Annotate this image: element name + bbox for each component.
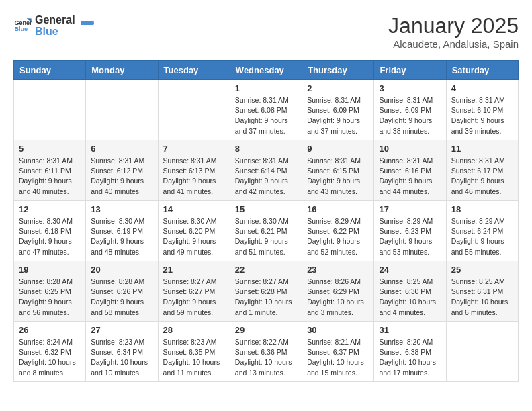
calendar-cell: 26Sunrise: 8:24 AM Sunset: 6:32 PM Dayli… [14, 322, 86, 382]
day-info: Sunrise: 8:23 AM Sunset: 6:35 PM Dayligh… [163, 337, 225, 378]
calendar-cell: 1Sunrise: 8:31 AM Sunset: 6:08 PM Daylig… [230, 80, 302, 140]
day-number: 5 [19, 144, 81, 154]
day-info: Sunrise: 8:25 AM Sunset: 6:31 PM Dayligh… [451, 277, 513, 318]
calendar-cell: 9Sunrise: 8:31 AM Sunset: 6:15 PM Daylig… [302, 140, 374, 201]
svg-marker-4 [81, 17, 94, 28]
calendar-cell: 8Sunrise: 8:31 AM Sunset: 6:14 PM Daylig… [230, 140, 302, 201]
calendar-cell: 22Sunrise: 8:27 AM Sunset: 6:28 PM Dayli… [230, 261, 302, 322]
location-subtitle: Alcaudete, Andalusia, Spain [388, 38, 519, 50]
header-cell-thursday: Thursday [302, 61, 374, 80]
day-info: Sunrise: 8:31 AM Sunset: 6:09 PM Dayligh… [379, 95, 441, 136]
day-number: 15 [235, 204, 297, 214]
calendar-cell: 29Sunrise: 8:22 AM Sunset: 6:36 PM Dayli… [230, 322, 302, 382]
logo: General Blue General Blue [13, 13, 94, 38]
month-title: January 2025 [388, 13, 519, 38]
calendar-cell: 20Sunrise: 8:28 AM Sunset: 6:26 PM Dayli… [86, 261, 158, 322]
calendar-cell: 24Sunrise: 8:25 AM Sunset: 6:30 PM Dayli… [374, 261, 446, 322]
calendar-table: SundayMondayTuesdayWednesdayThursdayFrid… [13, 60, 519, 382]
day-number: 3 [379, 83, 441, 93]
calendar-cell: 19Sunrise: 8:28 AM Sunset: 6:25 PM Dayli… [14, 261, 86, 322]
day-number: 20 [91, 265, 152, 275]
day-number: 26 [19, 325, 81, 335]
day-number: 21 [163, 265, 225, 275]
day-info: Sunrise: 8:31 AM Sunset: 6:14 PM Dayligh… [235, 156, 297, 197]
day-number: 29 [235, 325, 297, 335]
day-info: Sunrise: 8:20 AM Sunset: 6:38 PM Dayligh… [379, 337, 441, 378]
page-header: General Blue General Blue January 2025 A… [13, 13, 519, 50]
day-number: 16 [307, 204, 369, 214]
calendar-cell: 23Sunrise: 8:26 AM Sunset: 6:29 PM Dayli… [302, 261, 374, 322]
day-number: 9 [307, 144, 369, 154]
day-number: 27 [91, 325, 152, 335]
day-number: 17 [379, 204, 441, 214]
calendar-week-1: 1Sunrise: 8:31 AM Sunset: 6:08 PM Daylig… [14, 80, 519, 140]
calendar-cell: 14Sunrise: 8:30 AM Sunset: 6:20 PM Dayli… [158, 201, 230, 261]
header-cell-monday: Monday [86, 61, 158, 80]
calendar-body: 1Sunrise: 8:31 AM Sunset: 6:08 PM Daylig… [14, 80, 519, 382]
svg-text:Blue: Blue [14, 26, 28, 33]
day-info: Sunrise: 8:31 AM Sunset: 6:08 PM Dayligh… [235, 95, 297, 136]
calendar-cell: 28Sunrise: 8:23 AM Sunset: 6:35 PM Dayli… [158, 322, 230, 382]
day-number: 18 [451, 204, 513, 214]
day-info: Sunrise: 8:22 AM Sunset: 6:36 PM Dayligh… [235, 337, 297, 378]
day-info: Sunrise: 8:31 AM Sunset: 6:09 PM Dayligh… [307, 95, 369, 136]
day-info: Sunrise: 8:21 AM Sunset: 6:37 PM Dayligh… [307, 337, 369, 378]
day-info: Sunrise: 8:31 AM Sunset: 6:15 PM Dayligh… [307, 156, 369, 197]
header-row: SundayMondayTuesdayWednesdayThursdayFrid… [14, 61, 519, 80]
calendar-cell: 25Sunrise: 8:25 AM Sunset: 6:31 PM Dayli… [446, 261, 518, 322]
calendar-header: SundayMondayTuesdayWednesdayThursdayFrid… [14, 61, 519, 80]
day-number: 11 [451, 144, 513, 154]
calendar-cell: 21Sunrise: 8:27 AM Sunset: 6:27 PM Dayli… [158, 261, 230, 322]
day-info: Sunrise: 8:31 AM Sunset: 6:12 PM Dayligh… [91, 156, 152, 197]
logo-arrow-icon [79, 15, 94, 30]
day-info: Sunrise: 8:29 AM Sunset: 6:24 PM Dayligh… [451, 216, 513, 257]
day-info: Sunrise: 8:30 AM Sunset: 6:19 PM Dayligh… [91, 216, 152, 257]
header-cell-wednesday: Wednesday [230, 61, 302, 80]
day-info: Sunrise: 8:24 AM Sunset: 6:32 PM Dayligh… [19, 337, 81, 378]
day-number: 8 [235, 144, 297, 154]
calendar-cell: 18Sunrise: 8:29 AM Sunset: 6:24 PM Dayli… [446, 201, 518, 261]
calendar-cell [86, 80, 158, 140]
header-cell-friday: Friday [374, 61, 446, 80]
logo-blue-text: Blue [35, 25, 75, 38]
calendar-week-3: 12Sunrise: 8:30 AM Sunset: 6:18 PM Dayli… [14, 201, 519, 261]
calendar-cell: 30Sunrise: 8:21 AM Sunset: 6:37 PM Dayli… [302, 322, 374, 382]
calendar-cell: 10Sunrise: 8:31 AM Sunset: 6:16 PM Dayli… [374, 140, 446, 201]
day-info: Sunrise: 8:29 AM Sunset: 6:23 PM Dayligh… [379, 216, 441, 257]
header-cell-tuesday: Tuesday [158, 61, 230, 80]
calendar-cell: 11Sunrise: 8:31 AM Sunset: 6:17 PM Dayli… [446, 140, 518, 201]
calendar-cell: 3Sunrise: 8:31 AM Sunset: 6:09 PM Daylig… [374, 80, 446, 140]
calendar-cell: 27Sunrise: 8:23 AM Sunset: 6:34 PM Dayli… [86, 322, 158, 382]
day-number: 28 [163, 325, 225, 335]
day-number: 24 [379, 265, 441, 275]
calendar-cell: 7Sunrise: 8:31 AM Sunset: 6:13 PM Daylig… [158, 140, 230, 201]
day-info: Sunrise: 8:27 AM Sunset: 6:27 PM Dayligh… [163, 277, 225, 318]
day-info: Sunrise: 8:28 AM Sunset: 6:25 PM Dayligh… [19, 277, 81, 318]
day-info: Sunrise: 8:30 AM Sunset: 6:20 PM Dayligh… [163, 216, 225, 257]
calendar-week-2: 5Sunrise: 8:31 AM Sunset: 6:11 PM Daylig… [14, 140, 519, 201]
day-number: 13 [91, 204, 152, 214]
logo-icon: General Blue [13, 16, 32, 35]
day-info: Sunrise: 8:30 AM Sunset: 6:18 PM Dayligh… [19, 216, 81, 257]
day-number: 2 [307, 83, 369, 93]
calendar-cell [446, 322, 518, 382]
day-info: Sunrise: 8:30 AM Sunset: 6:21 PM Dayligh… [235, 216, 297, 257]
day-info: Sunrise: 8:26 AM Sunset: 6:29 PM Dayligh… [307, 277, 369, 318]
calendar-cell: 13Sunrise: 8:30 AM Sunset: 6:19 PM Dayli… [86, 201, 158, 261]
day-info: Sunrise: 8:29 AM Sunset: 6:22 PM Dayligh… [307, 216, 369, 257]
day-info: Sunrise: 8:27 AM Sunset: 6:28 PM Dayligh… [235, 277, 297, 318]
day-number: 6 [91, 144, 152, 154]
calendar-cell: 5Sunrise: 8:31 AM Sunset: 6:11 PM Daylig… [14, 140, 86, 201]
calendar-cell: 4Sunrise: 8:31 AM Sunset: 6:10 PM Daylig… [446, 80, 518, 140]
title-area: January 2025 Alcaudete, Andalusia, Spain [388, 13, 519, 50]
day-number: 23 [307, 265, 369, 275]
day-number: 4 [451, 83, 513, 93]
day-info: Sunrise: 8:28 AM Sunset: 6:26 PM Dayligh… [91, 277, 152, 318]
day-info: Sunrise: 8:25 AM Sunset: 6:30 PM Dayligh… [379, 277, 441, 318]
calendar-cell: 17Sunrise: 8:29 AM Sunset: 6:23 PM Dayli… [374, 201, 446, 261]
calendar-cell: 15Sunrise: 8:30 AM Sunset: 6:21 PM Dayli… [230, 201, 302, 261]
day-info: Sunrise: 8:31 AM Sunset: 6:16 PM Dayligh… [379, 156, 441, 197]
calendar-cell: 6Sunrise: 8:31 AM Sunset: 6:12 PM Daylig… [86, 140, 158, 201]
day-number: 19 [19, 265, 81, 275]
day-info: Sunrise: 8:31 AM Sunset: 6:13 PM Dayligh… [163, 156, 225, 197]
